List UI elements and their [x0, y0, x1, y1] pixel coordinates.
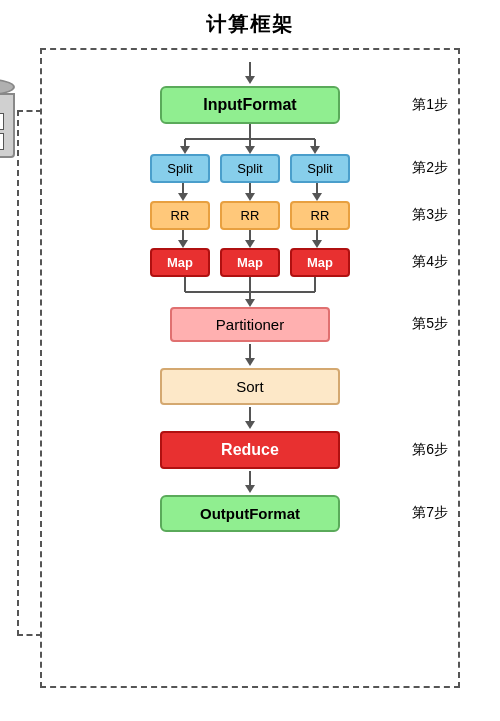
- inputformat-box: InputFormat: [160, 86, 340, 124]
- par-arrow-2: [245, 183, 255, 201]
- svg-marker-7: [310, 146, 320, 154]
- step7-row: OutputFormat 第7步: [52, 495, 448, 532]
- step6-label: 第6步: [412, 441, 448, 459]
- map-box-3: Map: [290, 248, 350, 277]
- arrows-rr-to-map: [150, 230, 350, 248]
- page-title: 计算框架: [206, 11, 294, 38]
- split-box-3: Split: [290, 154, 350, 183]
- step1-label: 第1步: [412, 96, 448, 114]
- par-arrow-6: [312, 230, 322, 248]
- step4-label: 第4步: [412, 253, 448, 271]
- cylinder-icon: File File: [0, 78, 15, 158]
- par-arrow-5: [245, 230, 255, 248]
- flow-diagram: InputFormat 第1步: [52, 60, 448, 532]
- outputformat-box: OutputFormat: [160, 495, 340, 532]
- rr-box-3: RR: [290, 201, 350, 230]
- sort-box: Sort: [160, 368, 340, 405]
- step2-label: 第2步: [412, 159, 448, 177]
- svg-marker-13: [245, 299, 255, 307]
- converge-to-partitioner: [150, 277, 350, 307]
- step2-row: Split Split Split 第2步: [52, 154, 448, 183]
- file-box-2: File: [0, 133, 4, 150]
- arrow-reduce-output: [245, 471, 255, 493]
- map-row: Map Map Map: [150, 248, 350, 277]
- partitioner-box: Partitioner: [170, 307, 330, 342]
- step7-label: 第7步: [412, 504, 448, 522]
- arrow-sort-reduce: [245, 407, 255, 429]
- svg-marker-3: [180, 146, 190, 154]
- split-box-2: Split: [220, 154, 280, 183]
- split-box-1: Split: [150, 154, 210, 183]
- step5-label: 第5步: [412, 315, 448, 333]
- step3-row: RR RR RR 第3步: [52, 201, 448, 230]
- step1-row: InputFormat 第1步: [52, 86, 448, 124]
- arrow-top: [245, 62, 255, 84]
- step5-row: Partitioner 第5步: [52, 307, 448, 342]
- split-row: Split Split Split: [150, 154, 350, 183]
- par-arrow-4: [178, 230, 188, 248]
- par-arrow-3: [312, 183, 322, 201]
- storage-connector-top: [17, 110, 42, 112]
- rr-row: RR RR RR: [150, 201, 350, 230]
- reduce-box: Reduce: [160, 431, 340, 469]
- storage-area: File File 存储: [0, 78, 15, 184]
- rr-box-1: RR: [150, 201, 210, 230]
- arrow-partitioner-sort: [245, 344, 255, 366]
- storage-connector-bottom: [17, 634, 42, 636]
- sort-row: Sort: [52, 368, 448, 405]
- map-box-2: Map: [220, 248, 280, 277]
- left-connector-line: [17, 110, 19, 636]
- step4-row: Map Map Map 第4步: [52, 248, 448, 277]
- arrows-split-to-rr: [150, 183, 350, 201]
- main-container: 计算框架 File File 存储: [20, 11, 480, 711]
- step3-label: 第3步: [412, 206, 448, 224]
- diverge-to-splits: [150, 124, 350, 154]
- file-box-1: File: [0, 113, 4, 130]
- dashed-border: InputFormat 第1步: [40, 48, 460, 688]
- rr-box-2: RR: [220, 201, 280, 230]
- svg-marker-5: [245, 146, 255, 154]
- map-box-1: Map: [150, 248, 210, 277]
- par-arrow-1: [178, 183, 188, 201]
- step6-row: Reduce 第6步: [52, 431, 448, 469]
